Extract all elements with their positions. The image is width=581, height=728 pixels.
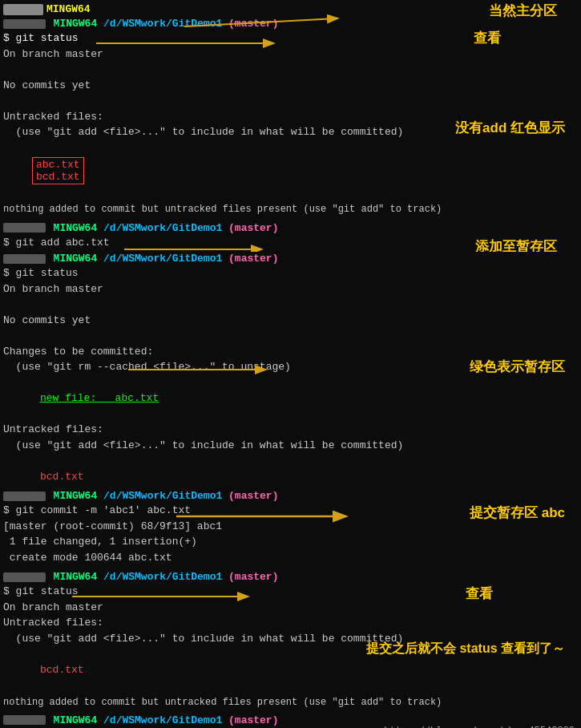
prompt-row-4: ████████ MINGW64 /d/WSMwork/GitDemo1 (ma… [0, 489, 581, 503]
annotation-chakan-1: 查看 [474, 29, 501, 47]
output-bcd-1: bcd.txt [0, 469, 581, 485]
blurred-6: ████████ [3, 715, 46, 725]
branch-label-5: (master) [228, 571, 278, 583]
prompt-row-5: ████████ MINGW64 /d/WSMwork/GitDemo1 (ma… [0, 570, 581, 584]
mingw-label-4: MINGW64 [47, 490, 103, 502]
path-label-5: /d/WSMwork/GitDemo1 [103, 571, 228, 583]
section-gitstatus3: ████████ MINGW64 /d/WSMwork/GitDemo1 (ma… [0, 570, 581, 694]
output-onbranch-1: On branch master [0, 47, 581, 63]
path-label-3: /d/WSMwork/GitDemo1 [103, 253, 228, 265]
output-blank-11 [0, 677, 581, 694]
svg-line-0 [184, 18, 337, 26]
output-blank-5 [0, 297, 581, 313]
section-gitstatus2: ████████ MINGW64 /d/WSMwork/GitDemo1 (ma… [0, 252, 581, 484]
output-untracked-hint-2: (use "git add <file>..." to include in w… [0, 438, 581, 454]
output-untracked-2: Untracked files: [0, 422, 581, 438]
branch-label-4: (master) [228, 490, 278, 502]
mingw-label-3: MINGW64 [47, 253, 103, 265]
path-label-4: /d/WSMwork/GitDemo1 [103, 490, 228, 502]
output-files-changed: 1 file changed, 1 insertion(+) [0, 534, 581, 550]
output-blank-8 [0, 406, 581, 423]
blurred-3: ████████ [3, 254, 46, 264]
output-bcd-2: bcd.txt [0, 662, 581, 678]
cmd-gitstatus-2: $ git status [0, 265, 581, 281]
arrow-chakan-2 [72, 589, 256, 604]
section-final: nothing added to commit but untracked fi… [0, 695, 581, 729]
mingw-label-1: MINGW64 [47, 18, 103, 30]
annotation-noadd: 没有add 红色显示 [455, 119, 565, 137]
branch-label-6: (master) [228, 714, 278, 726]
output-blank-4 [0, 186, 581, 202]
blurred-1: ████████ [3, 19, 46, 29]
output-nocommits-2: No commits yet [0, 313, 581, 329]
prompt-mingw64-1: MINGW64 [46, 3, 91, 15]
prompt-branch-1 [96, 3, 103, 15]
output-blank-9 [0, 453, 581, 469]
prompt-path-1 [91, 3, 97, 15]
output-blank-3 [0, 140, 581, 156]
arrow-chakan-1 [96, 35, 280, 51]
mingw-label-5: MINGW64 [47, 571, 103, 583]
path-label-2: /d/WSMwork/GitDemo1 [103, 222, 228, 234]
output-blank-6 [0, 328, 581, 344]
annotation-aftercommit: 提交之后就不会 status 查看到了～ [366, 641, 565, 657]
terminal-window: MINGW64 ████████ MINGW64 /d/WSMwork/GitD… [0, 0, 581, 728]
output-untracked-3: Untracked files: [0, 615, 581, 631]
blurred-username-1 [3, 4, 43, 15]
blurred-4: ████████ [3, 491, 46, 501]
annotation-green: 绿色表示暂存区 [470, 358, 565, 376]
prompt-row-2: ████████ MINGW64 /d/WSMwork/GitDemo1 (ma… [0, 221, 581, 235]
output-newfile: new file: abc.txt [0, 390, 581, 406]
output-nocommits-1: No commits yet [0, 78, 581, 94]
output-nothing-2: nothing added to commit but untracked fi… [0, 695, 581, 710]
section-gitadd: ████████ MINGW64 /d/WSMwork/GitDemo1 (ma… [0, 221, 581, 251]
mingw-label-6: MINGW64 [47, 714, 103, 726]
branch-label-2: (master) [228, 222, 278, 234]
mingw-label-2: MINGW64 [47, 222, 103, 234]
prompt-row-3: ████████ MINGW64 /d/WSMwork/GitDemo1 (ma… [0, 252, 581, 265]
annotation-zhufenqu: 当然主分区 [489, 2, 557, 20]
output-onbranch-2: On branch master [0, 281, 581, 297]
untracked-files-box: abc.txtbcd.txt [32, 157, 84, 184]
red-box-container: abc.txtbcd.txt [0, 156, 581, 186]
path-label-6: /d/WSMwork/GitDemo1 [103, 714, 228, 726]
blurred-5: ████████ [3, 572, 46, 582]
arrow-green [128, 362, 272, 377]
annotation-commit: 提交暂存区 abc [470, 504, 565, 522]
output-nothing-1: nothing added to commit but untracked fi… [0, 202, 581, 216]
annotation-chakan-2: 查看 [466, 584, 493, 603]
output-create-mode: create mode 100644 abc.txt [0, 550, 581, 566]
output-blank-1 [0, 62, 581, 78]
branch-label-3: (master) [228, 253, 278, 265]
output-blank-7 [0, 375, 581, 391]
section-gitcommit: ████████ MINGW64 /d/WSMwork/GitDemo1 (ma… [0, 489, 581, 565]
output-blank-2 [0, 93, 581, 109]
blurred-2: ████████ [3, 223, 46, 233]
arrow-commit [176, 508, 353, 524]
newfile-label: new file: abc.txt [40, 392, 159, 404]
